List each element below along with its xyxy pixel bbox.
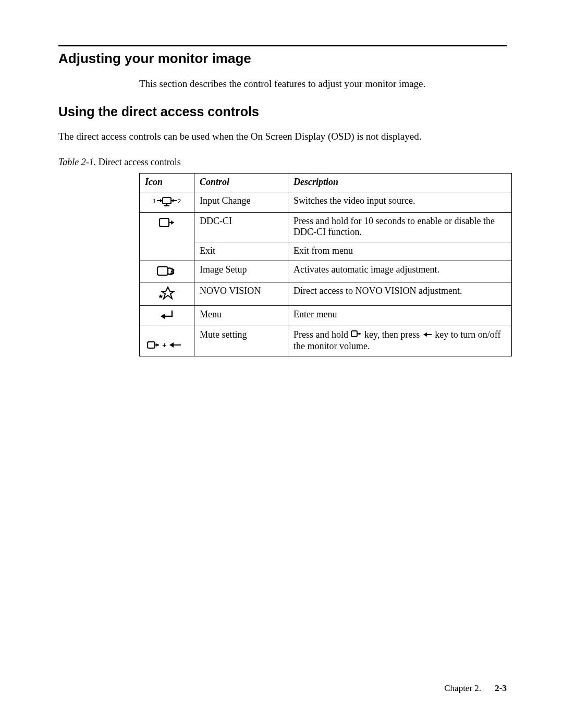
- cell-control: NOVO VISION: [194, 282, 288, 305]
- table-row: + Mute setting Press and hold key, then …: [140, 326, 512, 356]
- cell-description: Press and hold for 10 seconds to enable …: [288, 212, 512, 242]
- svg-marker-24: [359, 332, 361, 335]
- svg-marker-14: [158, 294, 163, 298]
- svg-text:1: 1: [153, 198, 156, 204]
- table-row: NOVO VISION Direct access to NOVO VISION…: [140, 282, 512, 305]
- svg-marker-26: [423, 332, 427, 337]
- intro-text: This section describes the control featu…: [139, 78, 507, 90]
- enter-icon: [140, 305, 194, 326]
- cell-control: Menu: [194, 305, 288, 326]
- image-setup-icon: [140, 261, 194, 282]
- table-row: Menu Enter menu: [140, 305, 512, 326]
- left-arrow-icon-inline: [422, 330, 433, 341]
- footer-chapter: Chapter 2.: [444, 683, 481, 693]
- mute-combo-icon: +: [140, 326, 194, 356]
- svg-marker-11: [171, 220, 174, 225]
- svg-rect-16: [148, 342, 155, 348]
- cell-description: Press and hold key, then press key to tu…: [288, 326, 512, 356]
- novo-vision-icon: [140, 282, 194, 305]
- cell-description: Activates automatic image adjustment.: [288, 261, 512, 282]
- cell-control: Image Setup: [194, 261, 288, 282]
- table-caption-text: Direct access controls: [99, 157, 181, 167]
- th-description: Description: [288, 173, 512, 192]
- cell-description: Exit from menu: [288, 242, 512, 261]
- table-row: Exit Exit from menu: [140, 242, 512, 261]
- svg-rect-9: [160, 218, 169, 227]
- top-rule: [58, 45, 507, 46]
- table-header-row: Icon Control Description: [140, 173, 512, 192]
- heading-h1: Adjusting your monitor image: [58, 51, 507, 67]
- svg-rect-22: [351, 331, 357, 337]
- svg-text:2: 2: [178, 198, 181, 204]
- table-caption-label: Table 2-1.: [58, 157, 96, 167]
- th-icon: Icon: [140, 173, 194, 192]
- exit-icon: [140, 212, 194, 261]
- exit-icon-inline: [351, 330, 362, 341]
- cell-description: Switches the video input source.: [288, 192, 512, 212]
- page-footer: Chapter 2. 2-3: [444, 683, 507, 694]
- subintro-text: The direct access controls can be used w…: [58, 130, 507, 143]
- table-row: DDC-CI Press and hold for 10 seconds to …: [140, 212, 512, 242]
- svg-marker-15: [161, 314, 165, 319]
- svg-marker-21: [169, 342, 174, 348]
- page-body: Adjusting your monitor image This sectio…: [0, 0, 563, 356]
- cell-control: Exit: [194, 242, 288, 261]
- heading-h2: Using the direct access controls: [58, 104, 507, 119]
- cell-control: Input Change: [194, 192, 288, 212]
- input-change-icon: 1 2: [140, 192, 194, 212]
- desc-part: key, then press: [362, 329, 422, 340]
- footer-page-number: 2-3: [495, 683, 507, 693]
- svg-marker-13: [162, 287, 174, 299]
- table-row: Image Setup Activates automatic image ad…: [140, 261, 512, 282]
- svg-rect-12: [157, 267, 168, 275]
- table-caption: Table 2-1. Direct access controls: [58, 157, 507, 168]
- cell-description: Direct access to NOVO VISION adjustment.: [288, 282, 512, 305]
- controls-table: Icon Control Description: [139, 173, 512, 356]
- cell-description: Enter menu: [288, 305, 512, 326]
- svg-rect-0: [163, 198, 171, 204]
- desc-part: Press and hold: [293, 329, 351, 340]
- th-control: Control: [194, 173, 288, 192]
- cell-control: DDC-CI: [194, 212, 288, 242]
- svg-text:+: +: [162, 340, 167, 349]
- table-row: 1 2 Input Change Switches the video inpu…: [140, 192, 512, 212]
- cell-control: Mute setting: [194, 326, 288, 356]
- svg-marker-18: [156, 343, 159, 347]
